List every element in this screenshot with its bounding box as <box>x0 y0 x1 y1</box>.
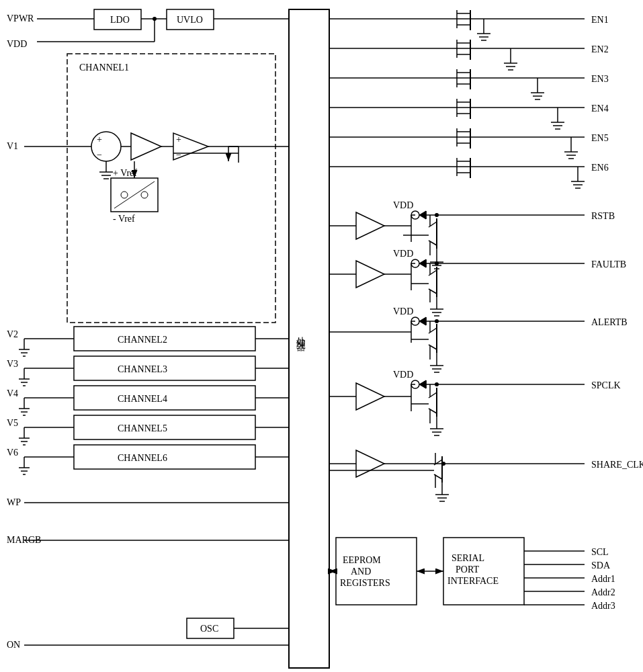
v1-label: V1 <box>7 141 18 151</box>
faultb-diode <box>419 259 426 267</box>
faultb-vdd: VDD <box>393 249 413 259</box>
channel4-label: CHANNEL4 <box>118 394 167 404</box>
vdd-label-top: VDD <box>7 39 27 49</box>
sda-label: SDA <box>591 560 611 571</box>
v2-label: V2 <box>7 329 18 339</box>
faultb-inverter <box>356 261 384 288</box>
wp-label: WP <box>7 497 21 507</box>
block-diagram: VPWR VDD V1 V2 V3 V4 V5 V6 WP MARGB ON L… <box>0 0 643 672</box>
rstb-label: RSTB <box>591 211 615 221</box>
spclk-label: SPCLK <box>591 380 621 390</box>
en5-label: EN5 <box>591 133 609 143</box>
serial-line2: PORT <box>456 564 479 575</box>
channel3-label: CHANNEL3 <box>118 364 167 374</box>
addr1-label: Addr1 <box>591 574 615 584</box>
channel1-label: CHANNEL1 <box>79 62 129 73</box>
rstb-inverter <box>356 212 384 239</box>
vref-neg-label: - Vref <box>113 214 135 224</box>
pot-circle2 <box>141 192 148 198</box>
eeprom-line1: EEPROM <box>343 555 381 565</box>
eeprom-box <box>336 538 417 605</box>
en1-label: EN1 <box>591 15 609 25</box>
channel6-label: CHANNEL6 <box>118 453 167 463</box>
alertb-label: ALERTB <box>591 317 628 327</box>
opamp-plus: + <box>176 134 181 144</box>
eeprom-line2: AND <box>351 566 371 577</box>
plus-sign: + <box>97 134 102 144</box>
on-label: ON <box>7 640 20 650</box>
rstb-vdd: VDD <box>393 200 413 210</box>
v6-label: V6 <box>7 448 18 458</box>
spclk-inverter <box>356 383 384 410</box>
processor-block <box>289 9 329 668</box>
channel1-box <box>67 54 275 323</box>
vpwr-label: VPWR <box>7 13 34 24</box>
summing-junction <box>91 132 121 161</box>
channel2-label: CHANNEL2 <box>118 335 167 345</box>
addr3-label: Addr3 <box>591 601 615 611</box>
share-clk-inverter <box>356 450 384 477</box>
serial-line1: SERIAL <box>452 553 484 563</box>
scl-label: SCL <box>591 547 609 557</box>
en2-label: EN2 <box>591 44 609 54</box>
alertb-vdd: VDD <box>393 306 413 317</box>
serial-line3: INTERFACE <box>447 576 499 586</box>
v4-label: V4 <box>7 388 18 398</box>
addr2-label: Addr2 <box>591 587 615 597</box>
osc-label: OSC <box>200 624 218 634</box>
faultb-label: FAULTB <box>591 259 626 269</box>
share-clk-label: SHARE_CLK <box>591 460 643 470</box>
en4-label: EN4 <box>591 103 609 114</box>
en6-label: EN6 <box>591 163 609 173</box>
rstb-diode <box>419 211 426 219</box>
en3-label: EN3 <box>591 74 609 84</box>
spclk-diode <box>419 380 426 388</box>
pot-circle1 <box>121 192 128 198</box>
minus-sign: − <box>97 150 102 160</box>
v3-label: V3 <box>7 359 18 369</box>
alertb-diode <box>419 317 426 325</box>
channel5-label: CHANNEL5 <box>118 423 167 433</box>
spclk-vdd: VDD <box>393 370 413 380</box>
uvlo-label: UVLO <box>177 15 203 25</box>
ldo-label: LDO <box>110 15 130 25</box>
opamp-minus: − <box>176 150 181 160</box>
v5-label: V5 <box>7 418 18 428</box>
vref-pos-label: + Vref <box>113 168 137 178</box>
eeprom-line3: REGISTERS <box>340 578 390 588</box>
